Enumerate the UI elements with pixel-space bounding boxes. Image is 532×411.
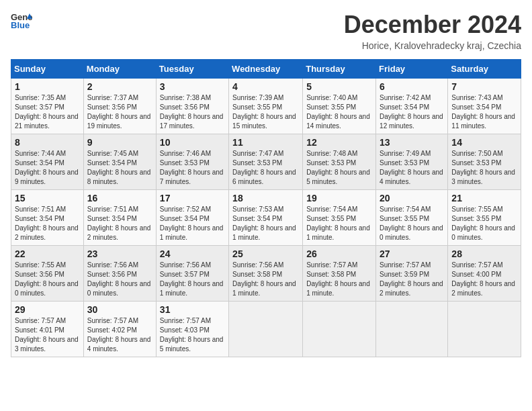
day-info: Sunrise: 7:55 AMSunset: 3:55 PMDaylight:… bbox=[451, 205, 517, 242]
day-number: 3 bbox=[160, 81, 225, 92]
calendar-cell bbox=[376, 302, 448, 357]
day-number: 27 bbox=[380, 248, 444, 259]
calendar-cell: 29 Sunrise: 7:57 AMSunset: 4:01 PMDaylig… bbox=[11, 302, 84, 357]
day-info: Sunrise: 7:56 AMSunset: 3:56 PMDaylight:… bbox=[87, 261, 152, 298]
day-number: 22 bbox=[15, 248, 80, 259]
day-info: Sunrise: 7:57 AMSunset: 4:03 PMDaylight:… bbox=[160, 316, 225, 354]
day-number: 11 bbox=[232, 137, 299, 148]
calendar-table: SundayMondayTuesdayWednesdayThursdayFrid… bbox=[11, 59, 521, 357]
day-info: Sunrise: 7:57 AMSunset: 3:59 PMDaylight:… bbox=[380, 261, 444, 298]
calendar-cell: 22 Sunrise: 7:55 AMSunset: 3:56 PMDaylig… bbox=[11, 246, 84, 302]
day-number: 25 bbox=[232, 248, 299, 259]
calendar-cell: 10 Sunrise: 7:46 AMSunset: 3:53 PMDaylig… bbox=[156, 134, 228, 190]
day-info: Sunrise: 7:42 AMSunset: 3:54 PMDaylight:… bbox=[380, 93, 444, 131]
calendar-cell: 13 Sunrise: 7:49 AMSunset: 3:53 PMDaylig… bbox=[376, 134, 448, 190]
day-info: Sunrise: 7:43 AMSunset: 3:54 PMDaylight:… bbox=[451, 93, 517, 131]
day-info: Sunrise: 7:57 AMSunset: 4:02 PMDaylight:… bbox=[87, 316, 152, 354]
day-info: Sunrise: 7:49 AMSunset: 3:53 PMDaylight:… bbox=[380, 149, 444, 187]
calendar-cell: 31 Sunrise: 7:57 AMSunset: 4:03 PMDaylig… bbox=[156, 302, 228, 357]
day-info: Sunrise: 7:55 AMSunset: 3:56 PMDaylight:… bbox=[15, 261, 80, 298]
day-info: Sunrise: 7:57 AMSunset: 4:00 PMDaylight:… bbox=[451, 261, 517, 298]
day-number: 7 bbox=[451, 81, 517, 92]
day-info: Sunrise: 7:54 AMSunset: 3:55 PMDaylight:… bbox=[380, 205, 444, 242]
calendar-week-row: 1 Sunrise: 7:35 AMSunset: 3:57 PMDayligh… bbox=[11, 79, 521, 134]
day-number: 31 bbox=[160, 304, 225, 315]
day-info: Sunrise: 7:44 AMSunset: 3:54 PMDaylight:… bbox=[15, 149, 80, 187]
calendar-cell: 21 Sunrise: 7:55 AMSunset: 3:55 PMDaylig… bbox=[448, 190, 521, 246]
calendar-week-row: 15 Sunrise: 7:51 AMSunset: 3:54 PMDaylig… bbox=[11, 190, 521, 246]
day-info: Sunrise: 7:35 AMSunset: 3:57 PMDaylight:… bbox=[15, 93, 80, 131]
day-info: Sunrise: 7:48 AMSunset: 3:53 PMDaylight:… bbox=[306, 149, 372, 187]
calendar-cell: 11 Sunrise: 7:47 AMSunset: 3:53 PMDaylig… bbox=[229, 134, 303, 190]
day-info: Sunrise: 7:56 AMSunset: 3:57 PMDaylight:… bbox=[160, 261, 225, 298]
day-number: 20 bbox=[380, 193, 444, 203]
day-info: Sunrise: 7:51 AMSunset: 3:54 PMDaylight:… bbox=[87, 205, 152, 242]
calendar-week-row: 8 Sunrise: 7:44 AMSunset: 3:54 PMDayligh… bbox=[11, 134, 521, 190]
day-info: Sunrise: 7:57 AMSunset: 3:58 PMDaylight:… bbox=[306, 261, 372, 298]
calendar-cell: 20 Sunrise: 7:54 AMSunset: 3:55 PMDaylig… bbox=[376, 190, 448, 246]
day-number: 1 bbox=[15, 81, 80, 92]
calendar-cell: 1 Sunrise: 7:35 AMSunset: 3:57 PMDayligh… bbox=[11, 79, 84, 134]
day-number: 30 bbox=[87, 304, 152, 315]
calendar-cell bbox=[448, 302, 521, 357]
day-info: Sunrise: 7:47 AMSunset: 3:53 PMDaylight:… bbox=[232, 149, 299, 187]
day-info: Sunrise: 7:52 AMSunset: 3:54 PMDaylight:… bbox=[160, 205, 225, 242]
calendar-cell bbox=[229, 302, 303, 357]
day-number: 14 bbox=[451, 137, 517, 148]
day-info: Sunrise: 7:37 AMSunset: 3:56 PMDaylight:… bbox=[87, 93, 152, 131]
col-header-saturday: Saturday bbox=[448, 60, 521, 79]
day-info: Sunrise: 7:45 AMSunset: 3:54 PMDaylight:… bbox=[87, 149, 152, 187]
day-info: Sunrise: 7:46 AMSunset: 3:53 PMDaylight:… bbox=[160, 149, 225, 187]
calendar-cell: 16 Sunrise: 7:51 AMSunset: 3:54 PMDaylig… bbox=[83, 190, 156, 246]
day-number: 13 bbox=[380, 137, 444, 148]
calendar-week-row: 29 Sunrise: 7:57 AMSunset: 4:01 PMDaylig… bbox=[11, 302, 521, 357]
day-info: Sunrise: 7:38 AMSunset: 3:56 PMDaylight:… bbox=[160, 93, 225, 131]
location: Horice, Kralovehradecky kraj, Czechia bbox=[344, 40, 521, 51]
day-number: 24 bbox=[160, 248, 225, 259]
day-number: 19 bbox=[306, 193, 372, 203]
day-number: 10 bbox=[160, 137, 225, 148]
calendar-cell: 18 Sunrise: 7:53 AMSunset: 3:54 PMDaylig… bbox=[229, 190, 303, 246]
day-number: 12 bbox=[306, 137, 372, 148]
calendar-cell: 4 Sunrise: 7:39 AMSunset: 3:55 PMDayligh… bbox=[229, 79, 303, 134]
col-header-wednesday: Wednesday bbox=[229, 60, 303, 79]
calendar-cell: 6 Sunrise: 7:42 AMSunset: 3:54 PMDayligh… bbox=[376, 79, 448, 134]
calendar-cell: 9 Sunrise: 7:45 AMSunset: 3:54 PMDayligh… bbox=[83, 134, 156, 190]
day-number: 15 bbox=[15, 193, 80, 203]
calendar-cell: 2 Sunrise: 7:37 AMSunset: 3:56 PMDayligh… bbox=[83, 79, 156, 134]
col-header-sunday: Sunday bbox=[11, 60, 84, 79]
calendar-cell: 7 Sunrise: 7:43 AMSunset: 3:54 PMDayligh… bbox=[448, 79, 521, 134]
col-header-friday: Friday bbox=[376, 60, 448, 79]
day-number: 17 bbox=[160, 193, 225, 203]
day-info: Sunrise: 7:53 AMSunset: 3:54 PMDaylight:… bbox=[232, 205, 299, 242]
day-number: 29 bbox=[15, 304, 80, 315]
day-number: 6 bbox=[380, 81, 444, 92]
day-number: 5 bbox=[306, 81, 372, 92]
day-number: 8 bbox=[15, 137, 80, 148]
day-number: 23 bbox=[87, 248, 152, 259]
calendar-cell: 19 Sunrise: 7:54 AMSunset: 3:55 PMDaylig… bbox=[303, 190, 376, 246]
calendar-header-row: SundayMondayTuesdayWednesdayThursdayFrid… bbox=[11, 60, 521, 79]
day-number: 9 bbox=[87, 137, 152, 148]
day-number: 16 bbox=[87, 193, 152, 203]
day-info: Sunrise: 7:40 AMSunset: 3:55 PMDaylight:… bbox=[306, 93, 372, 131]
day-number: 2 bbox=[87, 81, 152, 92]
calendar-cell: 25 Sunrise: 7:56 AMSunset: 3:58 PMDaylig… bbox=[229, 246, 303, 302]
col-header-tuesday: Tuesday bbox=[156, 60, 228, 79]
calendar-cell: 26 Sunrise: 7:57 AMSunset: 3:58 PMDaylig… bbox=[303, 246, 376, 302]
calendar-cell: 24 Sunrise: 7:56 AMSunset: 3:57 PMDaylig… bbox=[156, 246, 228, 302]
calendar-cell bbox=[303, 302, 376, 357]
day-info: Sunrise: 7:51 AMSunset: 3:54 PMDaylight:… bbox=[15, 205, 80, 242]
calendar-cell: 15 Sunrise: 7:51 AMSunset: 3:54 PMDaylig… bbox=[11, 190, 84, 246]
day-info: Sunrise: 7:39 AMSunset: 3:55 PMDaylight:… bbox=[232, 93, 299, 131]
day-info: Sunrise: 7:50 AMSunset: 3:53 PMDaylight:… bbox=[451, 149, 517, 187]
day-number: 4 bbox=[232, 81, 299, 92]
calendar-cell: 28 Sunrise: 7:57 AMSunset: 4:00 PMDaylig… bbox=[448, 246, 521, 302]
day-number: 28 bbox=[451, 248, 517, 259]
calendar-cell: 12 Sunrise: 7:48 AMSunset: 3:53 PMDaylig… bbox=[303, 134, 376, 190]
title-block: December 2024 Horice, Kralovehradecky kr… bbox=[344, 11, 521, 51]
calendar-cell: 3 Sunrise: 7:38 AMSunset: 3:56 PMDayligh… bbox=[156, 79, 228, 134]
page-header: General Blue December 2024 Horice, Kralo… bbox=[11, 11, 521, 51]
day-number: 26 bbox=[306, 248, 372, 259]
day-number: 18 bbox=[232, 193, 299, 203]
